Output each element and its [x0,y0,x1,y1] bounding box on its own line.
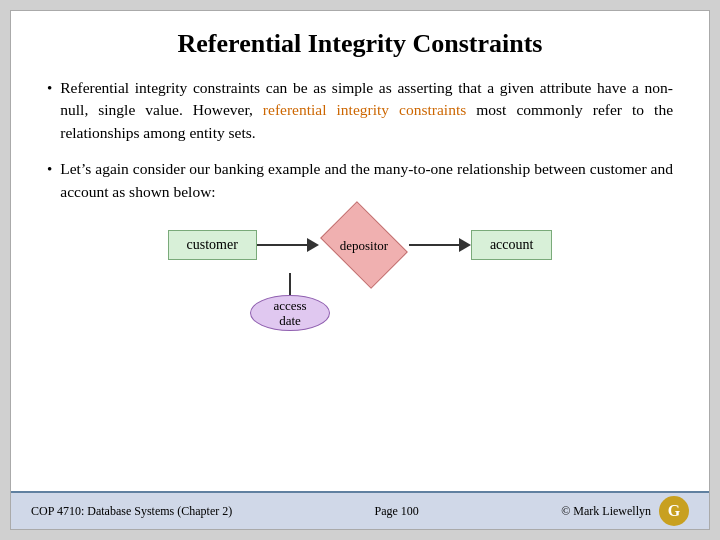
bullet1-highlight: referential integrity constraints [263,101,466,118]
footer-center: Page 100 [375,504,419,519]
er-line-1 [257,244,307,246]
slide: Referential Integrity Constraints • Refe… [10,10,710,530]
er-arrow-1 [307,238,319,252]
slide-body: Referential Integrity Constraints • Refe… [11,11,709,491]
bullet-text-1: Referential integrity constraints can be… [60,77,673,144]
bullet-section-2: • Let’s again consider our banking examp… [47,158,673,203]
footer-right: © Mark Liewellyn G [561,496,689,526]
er-relationship-wrap: depositor [319,217,409,273]
er-vert-line [289,273,291,295]
er-entity-account: account [471,230,553,260]
bullet-dot-2: • [47,159,52,181]
bullet-item-2: • Let’s again consider our banking examp… [47,158,673,203]
footer-copyright: © Mark Liewellyn [561,504,651,519]
bullet-text-2: Let’s again consider our banking example… [60,158,673,203]
slide-footer: COP 4710: Database Systems (Chapter 2) P… [11,491,709,529]
er-ellipse: accessdate [250,295,330,331]
bullet-section-1: • Referential integrity constraints can … [47,77,673,144]
er-main-row: customer depositor account [168,217,553,273]
footer-logo: G [659,496,689,526]
er-relationship-label: depositor [340,238,388,254]
slide-title: Referential Integrity Constraints [47,29,673,59]
er-entity-customer: customer [168,230,257,260]
bullet-item-1: • Referential integrity constraints can … [47,77,673,144]
er-diagram: customer depositor account accessdate [47,217,673,331]
er-arrow-2 [459,238,471,252]
er-attribute-section: accessdate [250,273,330,331]
er-line-2 [409,244,459,246]
bullet-dot-1: • [47,78,52,100]
footer-left: COP 4710: Database Systems (Chapter 2) [31,504,232,519]
